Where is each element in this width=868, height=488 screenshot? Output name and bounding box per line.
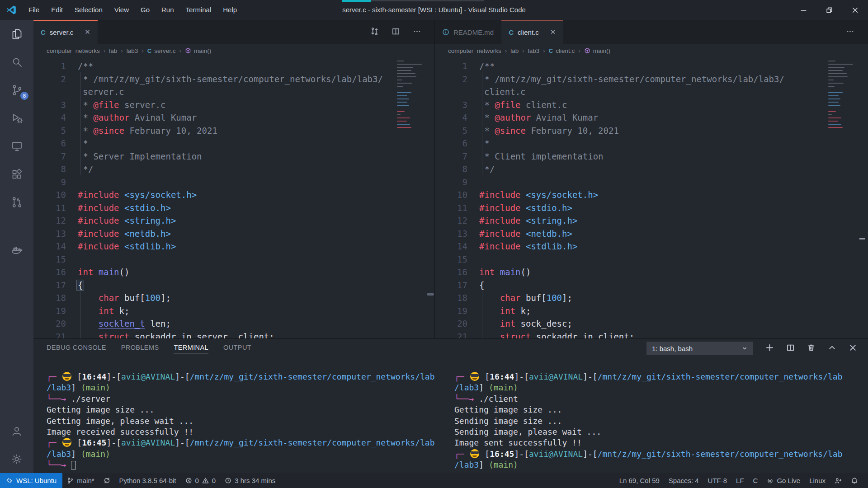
breadcrumb-item[interactable]: lab: [109, 47, 117, 54]
minimize-button[interactable]: [791, 0, 816, 20]
breadcrumb[interactable]: computer_networks›lab›lab3›Cclient.c›mai…: [435, 44, 868, 57]
activity-settings[interactable]: [0, 445, 33, 473]
code-editor-client[interactable]: 1/**2 * /mnt/z/my_git/sixth-semester/com…: [435, 57, 868, 338]
more-actions-button[interactable]: [846, 27, 854, 38]
tab-client-c[interactable]: Cclient.c✕: [501, 20, 563, 44]
tab-readme-md[interactable]: README.md: [435, 20, 501, 44]
line-number: 16: [435, 266, 479, 279]
activity-source-control[interactable]: 8: [0, 76, 33, 104]
maximize-panel-icon: [828, 343, 836, 352]
maximize-panel-button[interactable]: [828, 343, 836, 354]
kill-terminal-button[interactable]: [807, 343, 816, 354]
menu-view[interactable]: View: [108, 0, 135, 20]
new-terminal-button[interactable]: [765, 343, 774, 354]
status-encoding[interactable]: UTF-8: [703, 473, 732, 488]
tab-close-icon[interactable]: ✕: [550, 28, 556, 36]
terminal-line: Getting image size ...: [454, 404, 852, 415]
panel-tab-problems[interactable]: PROBLEMS: [121, 344, 159, 353]
status-bar: WSL: Ubuntumain*Python 3.8.5 64-bit003 h…: [0, 473, 868, 488]
breadcrumb-item[interactable]: computer_networks: [47, 47, 100, 54]
status-problems[interactable]: 00: [181, 473, 221, 488]
sunglasses-emoji-icon: [470, 449, 479, 458]
activity-remote-explorer[interactable]: [0, 132, 33, 160]
breadcrumb-label: computer_networks: [47, 47, 100, 54]
breadcrumb-item[interactable]: computer_networks: [448, 47, 501, 54]
panel-tab-terminal[interactable]: TERMINAL: [174, 344, 208, 353]
split-editor-button[interactable]: [392, 27, 400, 38]
menu-go[interactable]: Go: [135, 0, 156, 20]
terminal-line: Image received successfully !!: [47, 427, 444, 437]
breadcrumb-item[interactable]: main(): [185, 47, 211, 54]
menu-file[interactable]: File: [23, 0, 45, 20]
indent-guide: [482, 291, 482, 338]
breadcrumb-item[interactable]: lab3: [127, 47, 138, 54]
activity-extensions[interactable]: [0, 160, 33, 188]
terminal-line: Getting image, please wait ...: [47, 416, 444, 427]
activity-accounts[interactable]: [0, 417, 33, 445]
status-sync[interactable]: [99, 473, 115, 488]
status-cursor-position[interactable]: Ln 69, Col 59: [615, 473, 664, 488]
activity-search[interactable]: [0, 48, 33, 76]
breadcrumb-label: lab3: [528, 47, 540, 54]
line-number: 18: [435, 291, 479, 305]
terminal-left[interactable]: ┌─ [16:44]-[avii@AVINAL]-[/mnt/z/my_git/…: [47, 371, 444, 471]
scrollbar-handle[interactable]: [427, 293, 434, 296]
terminal-right[interactable]: ┌─ [16:44]-[avii@AVINAL]-[/mnt/z/my_git/…: [454, 371, 852, 471]
split-terminal-button[interactable]: [786, 343, 795, 354]
status-language-mode[interactable]: C: [749, 473, 763, 488]
code-text: #include <sys/socket.h>: [78, 188, 197, 202]
activity-run-and-debug[interactable]: [0, 104, 33, 132]
panel-tab-output[interactable]: OUTPUT: [223, 344, 251, 353]
line-number: 9: [33, 176, 78, 189]
breadcrumb[interactable]: computer_networks›lab›lab3›Cserver.c›mai…: [33, 44, 435, 57]
terminal-select[interactable]: 1: bash, bash: [646, 342, 753, 355]
tab-label: README.md: [453, 28, 494, 36]
status-python-version[interactable]: Python 3.8.5 64-bit: [115, 473, 181, 488]
editor-sash[interactable]: [434, 20, 435, 338]
activity-github-pull-requests[interactable]: [0, 188, 33, 216]
close-button[interactable]: [842, 0, 868, 20]
activity-docker[interactable]: [0, 236, 33, 264]
menu-run[interactable]: Run: [156, 0, 180, 20]
breadcrumb-label: computer_networks: [448, 47, 501, 54]
status-session-time[interactable]: 3 hrs 34 mins: [220, 473, 280, 488]
menu-help[interactable]: Help: [217, 0, 243, 20]
status-branch[interactable]: main*: [62, 473, 99, 488]
status-indentation[interactable]: Spaces: 4: [664, 473, 703, 488]
status-go-live[interactable]: Go Live: [762, 473, 805, 488]
code-text: /**: [479, 60, 495, 73]
code-editor-server[interactable]: 1/**2 * /mnt/z/my_git/sixth-semester/com…: [33, 57, 435, 338]
close-panel-button[interactable]: [849, 343, 857, 354]
panel-tab-debug-console[interactable]: DEBUG CONSOLE: [47, 344, 106, 353]
breadcrumb-item[interactable]: lab: [510, 47, 519, 54]
more-actions-button[interactable]: [413, 27, 421, 38]
status-feedback[interactable]: [830, 473, 846, 488]
menu-edit[interactable]: Edit: [45, 0, 69, 20]
breadcrumb-item[interactable]: Cclient.c: [549, 47, 575, 54]
restore-button[interactable]: [816, 0, 842, 20]
tab-strip-left: Cserver.c✕: [33, 20, 435, 44]
minimap[interactable]: [397, 61, 423, 130]
tab-server-c[interactable]: Cserver.c✕: [33, 20, 98, 44]
status-remote-os[interactable]: Linux: [805, 473, 830, 488]
line-number: 14: [435, 240, 479, 253]
status-remote[interactable]: WSL: Ubuntu: [0, 473, 62, 488]
code-text: int main(): [479, 266, 531, 279]
breadcrumb-label: server.c: [154, 47, 175, 54]
breadcrumb-item[interactable]: main(): [584, 47, 610, 54]
status-eol[interactable]: LF: [731, 473, 749, 488]
code-line: 5 * @since February 10, 2021: [33, 124, 435, 137]
vscode-logo-icon: [0, 5, 23, 15]
activity-explorer[interactable]: [0, 20, 33, 48]
tab-close-icon[interactable]: ✕: [85, 28, 90, 36]
open-changes-button[interactable]: [370, 27, 379, 38]
status-go-live-label: Go Live: [777, 477, 800, 484]
error-icon: [185, 477, 192, 484]
breadcrumb-item[interactable]: Cserver.c: [147, 47, 176, 54]
menu-terminal[interactable]: Terminal: [180, 0, 217, 20]
menu-selection[interactable]: Selection: [69, 0, 108, 20]
status-notifications[interactable]: [846, 473, 863, 488]
line-number: 1: [33, 60, 78, 73]
minimap[interactable]: [828, 61, 854, 130]
breadcrumb-item[interactable]: lab3: [528, 47, 540, 54]
